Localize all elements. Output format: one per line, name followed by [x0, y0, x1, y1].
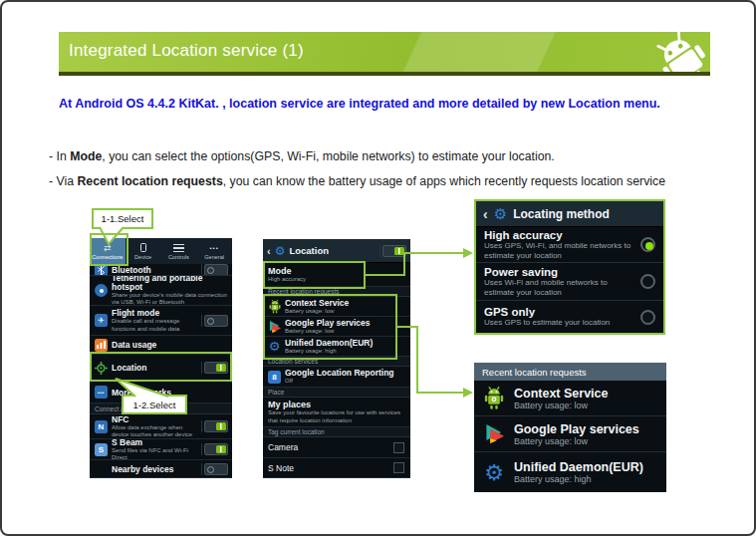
option-title: High accuracy [484, 229, 634, 241]
row-my-places[interactable]: My places Save your favourite locations … [263, 398, 410, 427]
back-icon[interactable]: ‹ [483, 206, 488, 222]
bullet2-bold: Recent location requests [77, 174, 222, 188]
tab-label: General [204, 254, 224, 260]
back-icon[interactable]: ‹ [267, 245, 271, 257]
row-location[interactable]: Location [90, 355, 232, 382]
row-subtitle: Off [285, 378, 406, 386]
row-camera[interactable]: Camera [263, 437, 410, 458]
row-s-beam[interactable]: S S Beam Send files via NFC and Wi-Fi Di… [90, 439, 232, 460]
phone-icon [140, 243, 146, 253]
row-title: Google Play services [285, 318, 406, 328]
location-crosshair-icon [95, 362, 108, 375]
gps-only-radio[interactable] [640, 310, 655, 325]
row-context-service[interactable]: Context Service Battery usage: low [263, 297, 410, 317]
s-beam-icon: S [95, 443, 108, 456]
gear-icon: ⚙ [494, 205, 507, 223]
bullet1-bold: Mode [70, 149, 102, 163]
page-title: Integrated Location service (1) [69, 41, 304, 61]
row-google-play-services[interactable]: Google Play services Battery usage: low [263, 317, 410, 337]
phone1-settings-screen: ⇄ Connections Device Controls ••• Genera… [90, 238, 232, 478]
row-subtitle: Disable call and message functions and m… [112, 318, 197, 333]
row-unified-daemon[interactable]: ⚙ Unified Daemon(EUR) Battery usage: hig… [263, 337, 410, 357]
option-subtitle: Uses GPS to estimate your location [484, 318, 634, 328]
option-title: GPS only [484, 306, 634, 318]
bullet-mode: - In Mode, you can select the options(GP… [49, 149, 736, 163]
row-subtitle: Save your favourite locations for use wi… [268, 409, 406, 424]
section-recent-location-requests: Recent location requests [263, 287, 410, 297]
tab-controls[interactable]: Controls [161, 238, 197, 264]
row-s-note[interactable]: S Note [263, 458, 410, 478]
row-title: Tethering and portable hotspot [112, 276, 228, 292]
flight-mode-toggle[interactable] [204, 315, 228, 327]
bullet1-pre: - In [49, 149, 70, 163]
android-robot-icon [646, 32, 710, 72]
row-tethering[interactable]: Tethering and portable hotspot Share you… [90, 276, 232, 306]
row-title: S Note [268, 463, 389, 473]
android-app-icon [482, 387, 506, 410]
row-nearby-devices[interactable]: Nearby devices [90, 460, 232, 478]
option-power-saving[interactable]: Power saving Uses Wi-Fi and mobile netwo… [476, 263, 663, 301]
row-bluetooth[interactable]: Bluetooth [90, 264, 232, 276]
item-unified-daemon[interactable]: ⚙ Unified Daemon(EUR) Battery usage: hig… [474, 452, 666, 492]
dots-icon: ••• [209, 243, 218, 253]
intro-text: At Android OS 4.4.2 KitKat. , location s… [59, 97, 716, 111]
row-google-location-reporting[interactable]: 8 Google Location Reporting Off [263, 367, 410, 388]
row-mode[interactable]: Mode High accuracy [263, 263, 410, 287]
row-title: Camera [268, 442, 389, 452]
row-subtitle: Battery usage: low [285, 328, 406, 336]
location-gear-icon: ⚙ [275, 244, 286, 258]
nfc-toggle[interactable] [204, 420, 228, 432]
slide: Integrated Location service (1) At Andro… [0, 0, 756, 536]
tab-general[interactable]: ••• General [196, 238, 232, 264]
row-title: Mode [268, 266, 406, 276]
item-title: Google Play services [514, 422, 658, 436]
option-title: Power saving [484, 266, 634, 278]
callout-step-1-1: 1-1.Select [92, 208, 153, 229]
s-beam-toggle[interactable] [204, 443, 228, 455]
item-subtitle: Battery usage: high [514, 474, 658, 484]
item-subtitle: Battery usage: low [514, 401, 658, 410]
row-subtitle: Send files via NFC and Wi-Fi Direct [112, 447, 197, 461]
recent-requests-header: Recent location requests [474, 363, 666, 381]
tab-connections[interactable]: ⇄ Connections [90, 238, 126, 264]
row-title: Data usage [112, 340, 228, 350]
bluetooth-toggle[interactable] [204, 264, 228, 276]
bluetooth-icon [95, 264, 108, 276]
bullet2-pre: - Via [49, 174, 77, 188]
tab-label: Connections [92, 254, 123, 260]
section-tag-current-location: Tag current location [263, 427, 410, 437]
title-banner: Integrated Location service (1) [59, 32, 710, 72]
locating-method-panel: ‹ ⚙ Locating method High accuracy Uses G… [474, 199, 665, 335]
row-data-usage[interactable]: Data usage [90, 336, 232, 355]
item-context-service[interactable]: Context Service Battery usage: low [474, 381, 666, 416]
sliders-icon [173, 243, 184, 253]
row-title: Flight mode [112, 308, 197, 318]
camera-checkbox[interactable] [393, 442, 404, 453]
item-google-play-services[interactable]: Google Play services Battery usage: low [474, 416, 666, 452]
item-title: Unified Daemon(EUR) [514, 460, 658, 474]
location-toggle[interactable] [204, 362, 228, 374]
row-subtitle: Allow data exchange when device touches … [112, 424, 197, 439]
row-flight-mode[interactable]: ✈ Flight mode Disable call and message f… [90, 306, 232, 336]
section-place: Place [263, 388, 410, 398]
gear-icon: ⚙ [268, 340, 281, 353]
locating-method-header: ‹ ⚙ Locating method [476, 201, 663, 227]
s-note-checkbox[interactable] [393, 462, 404, 473]
banner-underline [59, 72, 710, 76]
google-play-icon [482, 422, 506, 446]
row-subtitle: Battery usage: high [285, 348, 406, 356]
row-title: Nearby devices [112, 464, 197, 474]
nearby-devices-toggle[interactable] [204, 463, 228, 475]
row-subtitle: Share your device's mobile data connecti… [112, 292, 228, 306]
option-gps-only[interactable]: GPS only Uses GPS to estimate your locat… [476, 301, 663, 333]
arrowhead [463, 388, 473, 398]
row-nfc[interactable]: N NFC Allow data exchange when device to… [90, 414, 232, 439]
row-title: Context Service [285, 298, 406, 308]
option-high-accuracy[interactable]: High accuracy Uses GPS, Wi-Fi, and mobil… [476, 227, 663, 263]
high-accuracy-radio[interactable] [640, 237, 655, 252]
tab-device[interactable]: Device [126, 238, 161, 264]
location-master-toggle[interactable] [382, 245, 406, 257]
row-subtitle: Battery usage: low [285, 308, 406, 316]
arrowhead [463, 248, 473, 258]
power-saving-radio[interactable] [640, 274, 655, 289]
